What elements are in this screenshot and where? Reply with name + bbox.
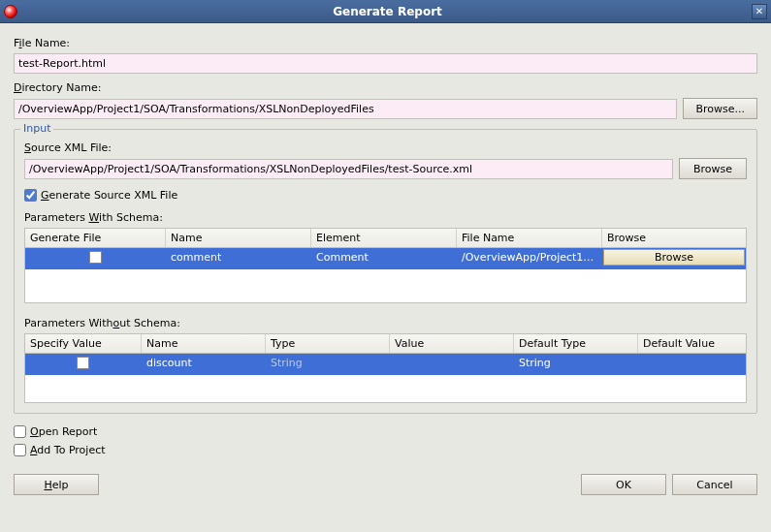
cell-type: String	[266, 354, 390, 375]
params-with-schema-label: Parameters With Schema:	[24, 211, 747, 224]
input-legend: Input	[20, 122, 53, 135]
close-icon[interactable]: ✕	[752, 4, 767, 19]
params-without-schema-label: Parameters Without Schema:	[24, 317, 747, 329]
directory-name-input[interactable]	[14, 99, 677, 119]
add-to-project-checkbox[interactable]	[14, 444, 26, 456]
col-default-value[interactable]: Default Value	[638, 334, 746, 353]
file-name-input[interactable]	[14, 53, 757, 74]
col-type[interactable]: Type	[266, 334, 390, 353]
generate-source-label: Generate Source XML File	[41, 189, 177, 202]
table-row[interactable]: comment Comment /OverviewApp/Project1/..…	[25, 248, 746, 269]
col-default-type[interactable]: Default Type	[514, 334, 638, 353]
col-specify-value[interactable]: Specify Value	[25, 334, 142, 353]
directory-browse-button[interactable]: Browse...	[683, 98, 757, 119]
cell-browse: Browse	[602, 248, 746, 269]
cell-name2: discount	[142, 354, 266, 375]
col-value[interactable]: Value	[390, 334, 514, 353]
cell-name: comment	[166, 248, 311, 269]
col-file-name[interactable]: File Name	[457, 229, 602, 247]
window-title: Generate Report	[23, 5, 752, 18]
cancel-button[interactable]: Cancel	[672, 474, 757, 495]
file-name-label: File Name:	[14, 37, 757, 49]
cell-default-value	[638, 354, 746, 375]
cell-element: Comment	[311, 248, 457, 269]
dialog-content: File Name: Directory Name: Browse... Inp…	[0, 23, 771, 470]
generate-source-checkbox[interactable]	[24, 189, 37, 202]
directory-name-label: Directory Name:	[14, 81, 757, 94]
params-with-schema-table: Generate File Name Element File Name Bro…	[24, 228, 747, 303]
add-to-project-label: Add To Project	[30, 444, 106, 456]
input-group: Input Source XML File: Browse Generate S…	[14, 129, 757, 414]
app-icon	[4, 5, 17, 18]
table-row[interactable]: discount String String	[25, 354, 746, 375]
cell-generate-file	[25, 248, 166, 269]
help-button[interactable]: Help	[14, 474, 99, 495]
source-xml-browse-button[interactable]: Browse	[679, 158, 747, 179]
row-browse-button[interactable]: Browse	[603, 249, 745, 266]
col-element[interactable]: Element	[311, 229, 457, 247]
params-without-schema-table: Specify Value Name Type Value Default Ty…	[24, 333, 747, 403]
col-name[interactable]: Name	[166, 229, 311, 247]
col-generate-file[interactable]: Generate File	[25, 229, 166, 247]
specify-value-checkbox[interactable]	[77, 357, 89, 369]
generate-file-checkbox[interactable]	[89, 251, 102, 264]
source-xml-input[interactable]	[24, 159, 673, 179]
open-report-label: Open Report	[30, 425, 97, 438]
col-browse[interactable]: Browse	[602, 229, 746, 247]
open-report-checkbox[interactable]	[14, 425, 26, 438]
col-name2[interactable]: Name	[142, 334, 266, 353]
cell-file-name: /OverviewApp/Project1/...	[457, 248, 602, 269]
titlebar: Generate Report ✕	[0, 0, 771, 23]
source-xml-label: Source XML File:	[24, 141, 747, 154]
cell-default-type: String	[514, 354, 638, 375]
cell-value	[390, 354, 514, 375]
cell-specify-value	[25, 354, 142, 375]
ok-button[interactable]: OK	[581, 474, 666, 495]
dialog-footer: Help OK Cancel	[0, 470, 771, 505]
